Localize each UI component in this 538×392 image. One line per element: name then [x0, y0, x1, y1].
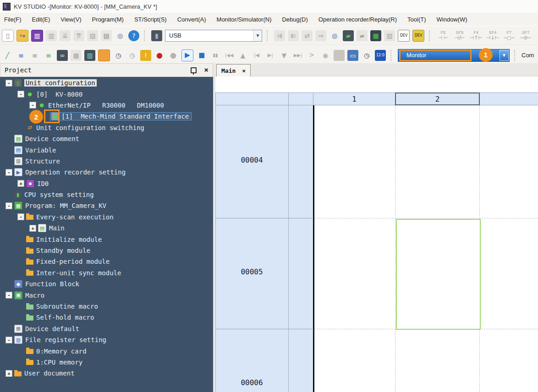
menu-item-monitor-simulator[interactable]: Monitor/Simulator(N) — [217, 16, 272, 23]
menu-item-window[interactable]: Window(W) — [437, 16, 467, 23]
chevron-down-icon[interactable]: ▼ — [500, 50, 509, 61]
rung-number[interactable]: 00005 — [215, 267, 288, 276]
collapse-icon[interactable]: - — [17, 91, 24, 98]
step-back-icon[interactable]: |◀ — [251, 50, 262, 61]
ladder-edit-icon[interactable]: ╱ — [2, 50, 13, 61]
continue-icon[interactable]: > — [306, 50, 317, 61]
screen-alert-icon[interactable]: ! — [140, 50, 151, 61]
tree-item-kv-8000-unit[interactable]: -●[0] KV-8000 — [0, 88, 213, 99]
tree-item-file-register-setting[interactable]: -▥File register setting — [0, 334, 213, 345]
fkey-f4-rising-contact[interactable]: F4⊣↑⊢ — [469, 28, 483, 43]
selected-ladder-cell[interactable] — [396, 219, 481, 330]
grid-header-margin[interactable] — [288, 93, 313, 105]
tree-item-id0[interactable]: +▪ID0 — [0, 178, 213, 189]
open-project-icon[interactable]: ↪ — [16, 30, 28, 42]
tree-item-variable[interactable]: +▤Variable — [0, 144, 213, 155]
chevron-down-icon[interactable]: ▼ — [253, 30, 262, 41]
new-file-icon[interactable]: ▯ — [2, 30, 14, 42]
tree-item-cpu-memory-folder[interactable]: +1:CPU memory — [0, 357, 213, 368]
collapse-icon[interactable]: - — [29, 102, 36, 109]
hold-hand-icon[interactable] — [334, 50, 345, 61]
tree-item-subroutine-macro[interactable]: +Subroutine macro — [0, 301, 213, 312]
simulator-edit-icon[interactable]: ▰ — [343, 30, 354, 41]
clock-icon[interactable]: ◷ — [361, 50, 372, 61]
menu-item-program[interactable]: Program(M) — [92, 16, 124, 23]
menu-item-tool[interactable]: Tool(T) — [407, 16, 426, 23]
replay-play-icon[interactable]: ▶ — [181, 49, 193, 61]
tab-main[interactable]: Main × — [216, 64, 251, 76]
fkey-f7-out-coil[interactable]: F7─○─ — [502, 28, 516, 43]
step-up-icon[interactable]: ▲ — [237, 50, 248, 61]
dev-monitor-icon[interactable]: DEV — [398, 30, 410, 42]
print-icon[interactable]: ▤ — [101, 30, 112, 41]
replay-stop-icon[interactable]: ■ — [196, 50, 207, 61]
trace-stopwatch-icon[interactable]: ◷ — [113, 50, 124, 61]
fkey-f5-contact[interactable]: F5⊣ ⊢ — [436, 28, 450, 43]
verify-icon[interactable]: ⇄ — [302, 30, 313, 41]
tree-item-initialize-module[interactable]: +Initialize module — [0, 234, 213, 245]
step-down-icon[interactable]: ▼ — [279, 50, 290, 61]
time-chart-icon[interactable]: 12:0 — [375, 50, 386, 61]
update-monitor-icon[interactable]: ▭ — [347, 50, 358, 61]
menu-item-view[interactable]: View(V) — [60, 16, 81, 23]
forced-set-hand-icon[interactable] — [98, 49, 110, 61]
fkey-sf5-contact-closed[interactable]: SF5⊣/⊢ — [453, 28, 467, 43]
record-icon[interactable]: ● — [154, 50, 165, 61]
tree-item-user-document[interactable]: +User document — [0, 368, 213, 379]
help-icon[interactable]: ? — [128, 30, 139, 41]
fkey-f8-vertical-line[interactable]: F8│ — [535, 28, 538, 43]
close-panel-icon[interactable]: × — [204, 66, 209, 74]
tree-item-program-mm-camera-kv[interactable]: -▦Program: MM_Camera_KV — [0, 200, 213, 211]
tree-item-device-comment[interactable]: +▤Device comment — [0, 133, 213, 144]
device-monitor-icon[interactable]: ▥ — [84, 50, 95, 61]
menu-item-debug[interactable]: Debug(D) — [282, 16, 307, 23]
grid-header-rownumber[interactable] — [215, 93, 289, 105]
tree-item-standby-module[interactable]: +Standby module — [0, 245, 213, 256]
tree-item-device-default[interactable]: +▦Device default — [0, 323, 213, 334]
collapse-icon[interactable]: - — [5, 337, 12, 343]
import-icon[interactable]: ⇊ — [60, 30, 71, 41]
dev-monitor-active-icon[interactable]: DEV — [412, 30, 424, 42]
tree-item-inter-unit-sync-module[interactable]: +Inter-unit sync module — [0, 267, 213, 278]
menu-item-edit[interactable]: Edit(E) — [32, 16, 50, 23]
tree-item-every-scan-execution[interactable]: -Every-scan execution — [0, 212, 213, 223]
save-icon[interactable]: ▥ — [31, 30, 43, 42]
tree-item-cpu-system-setting[interactable]: +▮CPU system setting — [0, 189, 213, 200]
rung-list-icon[interactable]: ≡ — [16, 50, 27, 61]
connection-selector[interactable]: USB▼ — [165, 30, 262, 42]
tree-item-operation-recorder-setting[interactable]: -▶Operation recorder setting — [0, 167, 213, 178]
list-edit-icon[interactable]: ≡ — [43, 50, 54, 61]
monitor-search-icon[interactable]: ◎ — [329, 30, 340, 41]
rung-number[interactable]: 00004 — [215, 156, 288, 164]
skip-first-icon[interactable]: |◀◀ — [224, 50, 235, 61]
tree-item-macro[interactable]: -▣Macro — [0, 289, 213, 300]
label-list-icon[interactable]: ≡ — [29, 50, 40, 61]
tree-item-fixed-period-module[interactable]: +Fixed-period module — [0, 256, 213, 267]
tree-item-unit-configuration-switching[interactable]: +⇄Unit configuration switching — [0, 122, 213, 133]
tree-item-unit-configuration[interactable]: -▯Unit configuration — [0, 77, 213, 88]
tree-item-main-module[interactable]: +▤Main — [0, 223, 213, 234]
usb-connect-icon[interactable]: ▮ — [151, 30, 162, 41]
fkey-sf4-falling-contact[interactable]: SF4⊣↓⊢ — [486, 28, 500, 43]
fkey-sf7-out-not-coil[interactable]: SF7─⊘─ — [519, 28, 533, 43]
tree-item-memory-card-folder[interactable]: +0:Memory card — [0, 345, 213, 356]
save-as-icon[interactable]: ▥ — [46, 30, 57, 41]
partial-transfer-icon[interactable]: ⇒ — [315, 30, 326, 41]
replay-pause-icon[interactable]: ▮▮ — [210, 50, 221, 61]
grid-column-header-1[interactable]: 1 — [313, 93, 395, 105]
cut-icon[interactable]: ▧ — [87, 30, 98, 41]
grid-column-header-2-selected[interactable]: 2 — [395, 93, 480, 105]
tree-item-self-hold-macro[interactable]: +Self-hold macro — [0, 312, 213, 323]
trace-setting-icon[interactable]: ◷ — [126, 50, 137, 61]
collapse-icon[interactable]: - — [5, 169, 12, 176]
expand-icon[interactable]: + — [5, 370, 12, 377]
tab-close-icon[interactable]: × — [242, 67, 246, 74]
rung-number[interactable]: 00006 — [215, 378, 288, 387]
read-from-plc-icon[interactable]: ⇇ — [288, 30, 299, 41]
record-disabled-icon[interactable]: ● — [168, 50, 179, 61]
tree-item-structure[interactable]: +▥Structure — [0, 156, 213, 167]
menu-item-file[interactable]: File(F) — [4, 16, 22, 23]
expand-icon[interactable]: + — [29, 225, 36, 232]
pin-icon[interactable] — [191, 67, 197, 73]
device-map-icon[interactable]: ▦ — [370, 30, 381, 41]
